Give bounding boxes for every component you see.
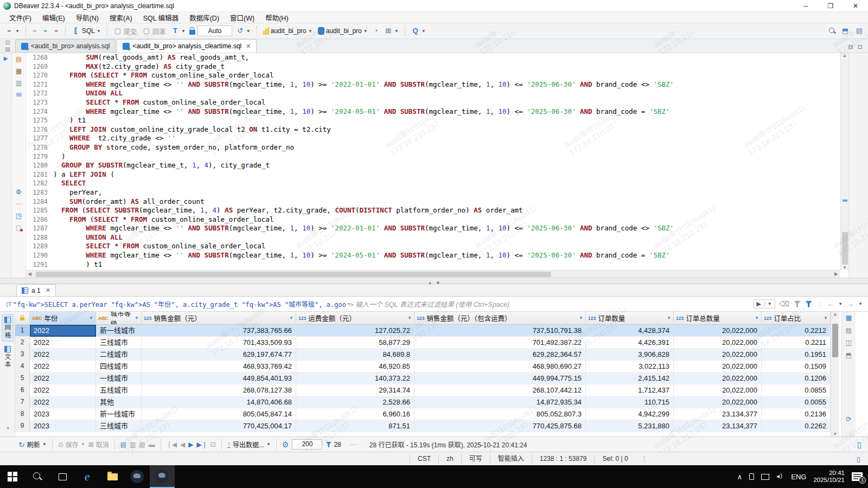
menu-item[interactable]: 编辑(E) [37,11,70,24]
table-cell[interactable]: 新一线城市 [96,408,142,420]
usb-icon[interactable] [749,473,754,480]
code-line[interactable]: 1272 UNION ALL [26,89,840,98]
code-line[interactable]: 1283 perYear, [26,188,840,197]
table-cell[interactable]: 五线城市 [96,384,142,396]
table-cell[interactable]: 2,415,142 [586,373,674,384]
table-cell[interactable]: 805,045,847.14 [142,408,296,420]
table-cell[interactable]: 84,689.8 [296,349,414,361]
editor-vertical-scrollbar[interactable]: ▲ ▼ [840,53,848,270]
row-number[interactable]: 4 [15,361,30,373]
sql-editor-button[interactable]: ⟦SQL▼ [70,25,103,36]
scrollbar-thumb[interactable] [36,272,551,277]
table-cell[interactable]: 468,933,769.42 [142,361,296,373]
table-cell[interactable]: 其他 [96,396,142,408]
table-cell[interactable]: 0.2212 [762,325,831,337]
code-line[interactable]: 1278 GROUP BY store_code, system_order_n… [26,143,840,152]
table-cell[interactable]: 805,052,807.3 [414,408,586,420]
code-line[interactable]: 1282 SELECT [26,179,840,188]
menu-item[interactable]: SQL 编辑器 [138,11,184,24]
table-cell[interactable]: 四线城市 [96,361,142,373]
more-options-icon[interactable]: ⋯ [15,200,23,208]
row-number[interactable]: 6 [15,384,30,396]
code-line[interactable]: 1269 MAX(t2.city_grade) AS city_grade_t [26,62,840,72]
table-cell[interactable]: 2023 [30,420,96,432]
transaction-log-button[interactable]: ↺▼ [234,25,252,36]
fetch-size-input[interactable]: 200 [292,439,322,450]
table-row[interactable]: 62022五线城市268,078,127.3829,314.74268,107,… [15,384,831,396]
code-line[interactable]: 1270 FROM (SELECT * FROM custom_online_s… [26,71,840,80]
delete-row-icon[interactable]: ▤ [139,441,145,448]
apply-filter-button[interactable]: ▶▼ [753,299,775,309]
table-row[interactable]: 22022三线城市701,433,509.9358,877.29701,492,… [15,337,831,349]
maximize-button[interactable]: ❐ [818,0,843,12]
taskbar-clock[interactable]: 20:41 2025/10/21 [813,470,845,484]
code-line[interactable]: 1277 WHERE t2.city_grade <> '' [26,134,840,143]
gear-icon[interactable]: ⚙ [15,188,23,196]
table-cell[interactable]: 449,854,401.93 [142,373,296,384]
record-mode-icon[interactable]: ◔ [5,425,9,432]
table-cell[interactable]: 629,282,364.57 [414,349,586,361]
column-header[interactable]: ABC城市等级▼ [96,312,142,325]
table-cell[interactable]: 0.1951 [762,349,831,361]
calc-panel-icon[interactable]: ⬒ [846,351,852,359]
row-number[interactable]: 1 [15,325,30,337]
minimize-panel-icon[interactable]: ▤ [855,27,864,35]
code-line[interactable]: 1276 LEFT JOIN custom_online_city_grade_… [26,125,840,134]
table-cell[interactable]: 2022 [30,349,96,361]
table-cell[interactable]: 6,960.16 [296,408,414,420]
editor-list-icon[interactable]: ▤ [5,46,10,52]
table-row[interactable]: 72022其他14,870,406.682,528.6614,872,935.3… [15,396,831,408]
start-button[interactable] [0,465,25,488]
commit-button[interactable]: ▢提交 [112,25,138,37]
code-line[interactable]: 1273 SELECT * FROM custom_online_sale_or… [26,98,840,107]
panel-toggle-icon[interactable]: ▯ [857,440,868,449]
row-number[interactable]: 5 [15,373,30,384]
code-line[interactable]: 1288 UNION ALL [26,233,840,242]
dashboard-icon[interactable]: ◔ [372,27,380,35]
table-cell[interactable]: 770,425,004.17 [142,420,296,432]
table-cell[interactable]: 3,906,828 [586,349,674,361]
table-cell[interactable]: 三线城市 [96,420,142,432]
menu-item[interactable]: 搜索(A) [105,11,137,24]
notification-center-icon[interactable]: 1 [852,472,863,481]
rollback-button[interactable]: ▢回滚 [141,25,167,37]
table-cell[interactable]: 0.1206 [762,373,831,384]
code-line[interactable]: 1289 SELECT * FROM custom_online_sale_or… [26,242,840,251]
table-cell[interactable]: 20,022,000 [674,384,762,396]
table-cell[interactable]: 701,492,387.22 [414,337,586,349]
menu-item[interactable]: 窗口(W) [225,11,259,24]
table-cell[interactable]: 737,383,765.66 [142,325,296,337]
code-line[interactable]: 1275 ) t1 [26,116,840,125]
close-icon[interactable]: ✕ [246,43,251,50]
focus-row-icon[interactable]: ⊡ [210,441,216,448]
editor-results-sash[interactable]: ▲▼ [0,278,868,284]
table-cell[interactable]: 2022 [30,337,96,349]
code-line[interactable]: 1286 FROM (SELECT * FROM custom_online_s… [26,215,840,224]
task-view-button[interactable] [50,465,75,488]
search-icon[interactable] [829,28,835,34]
maximize-editor-icon[interactable]: ⊡ [858,43,863,50]
table-cell[interactable]: 2,528.66 [296,396,414,408]
table-cell[interactable]: 20,022,000 [674,325,762,337]
code-line[interactable]: 1290 WHERE mgclear_time <> '' AND SUBSTR… [26,251,840,260]
expand-filter-icon[interactable]: ↖↘ [347,301,352,307]
table-cell[interactable]: 449,994,775.15 [414,373,586,384]
scroll-left-icon[interactable]: ◀ [28,271,31,277]
table-cell[interactable]: 29,314.74 [296,384,414,396]
table-cell[interactable]: 1,712,437 [586,384,674,396]
table-cell[interactable]: 23,134,377 [674,420,762,432]
remove-filter-icon[interactable] [794,301,801,307]
dbeaver-taskbar-button[interactable] [150,465,175,488]
table-row[interactable]: 12022新一线城市737,383,765.66127,025.72737,51… [15,325,831,337]
last-row-button[interactable]: ▶❘ [197,441,207,448]
forward-icon[interactable]: → [847,300,854,308]
filters-menu-icon[interactable] [805,301,812,307]
table-cell[interactable]: 新一线城市 [96,325,142,337]
explain-plan-icon[interactable]: ▥ [15,79,23,87]
next-row-button[interactable]: ▶ [188,441,193,448]
table-cell[interactable]: 23,134,377 [674,408,762,420]
fetch-all-button[interactable]: 28 [326,441,341,448]
code-line[interactable]: 1280 GROUP BY SUBSTR(mgclear_time_t, 1, … [26,161,840,170]
column-header[interactable]: 123运费金额（元）▼ [296,312,414,325]
table-cell[interactable]: 0.2262 [762,420,831,432]
